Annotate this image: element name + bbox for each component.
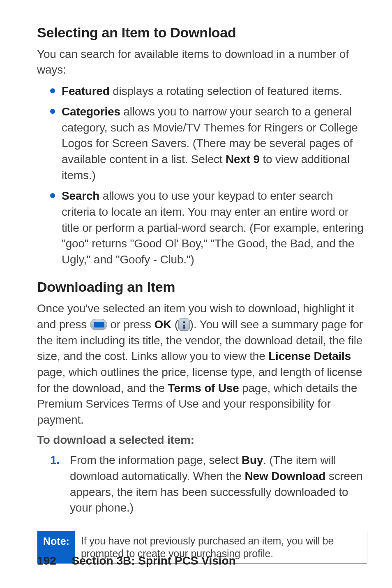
bold-license-details: License Details xyxy=(268,350,351,362)
ordered-list-download: 1. From the information page, select Buy… xyxy=(37,452,367,516)
ok-key-icon xyxy=(178,318,190,331)
menu-key-icon xyxy=(90,319,107,330)
heading-selecting: Selecting an Item to Download xyxy=(37,25,367,41)
document-page: Selecting an Item to Download You can se… xyxy=(0,0,392,564)
bold-featured: Featured xyxy=(62,85,110,97)
bullet-list-selecting: Featured displays a rotating selection o… xyxy=(37,83,367,268)
bold-next9: Next 9 xyxy=(226,153,260,166)
bold-categories: Categories xyxy=(62,105,120,118)
bold-ok: OK xyxy=(154,318,171,331)
text-featured: displays a rotating selection of feature… xyxy=(110,85,342,97)
bullet-search: Search allows you to use your keypad to … xyxy=(50,188,367,267)
bullet-categories: Categories allows you to narrow your sea… xyxy=(50,104,367,183)
bold-new-download: New Download xyxy=(245,470,326,482)
step-1-pre: From the information page, select xyxy=(70,454,242,466)
text-search: allows you to use your keypad to enter s… xyxy=(62,189,364,266)
step-1-number: 1. xyxy=(50,452,60,468)
heading-downloading: Downloading an Item xyxy=(37,279,367,295)
page-number: 192 xyxy=(37,554,56,567)
step-1: 1. From the information page, select Buy… xyxy=(50,452,367,516)
section-label: Section 3B: Sprint PCS Vision xyxy=(72,554,236,567)
bullet-featured: Featured displays a rotating selection o… xyxy=(50,83,367,99)
bold-terms-of-use: Terms of Use xyxy=(168,382,239,394)
body-downloading: Once you've selected an item you wish to… xyxy=(37,301,367,428)
bold-search: Search xyxy=(62,189,99,202)
intro-selecting: You can search for available items to do… xyxy=(37,46,367,78)
body-mid2: ( xyxy=(175,318,178,331)
body-mid1: or press xyxy=(110,318,154,331)
bold-buy: Buy xyxy=(242,454,263,466)
subhead-download-steps: To download a selected item: xyxy=(37,434,367,447)
page-footer: 192 Section 3B: Sprint PCS Vision xyxy=(37,554,236,567)
